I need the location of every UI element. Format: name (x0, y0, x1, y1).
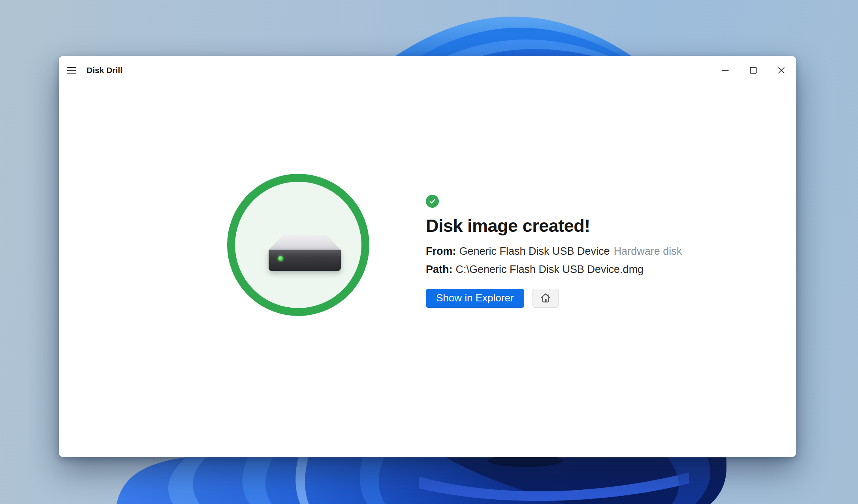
close-icon (777, 66, 786, 75)
path-value: C:\Generic Flash Disk USB Device.dmg (456, 263, 644, 275)
from-label: From: (426, 245, 456, 257)
success-badge (426, 195, 439, 208)
home-button[interactable] (532, 289, 559, 308)
path-label: Path: (426, 263, 453, 275)
minimize-button[interactable] (712, 62, 738, 79)
caption-controls (712, 62, 794, 79)
menu-button[interactable] (62, 62, 81, 79)
minimize-icon (721, 66, 730, 75)
wallpaper-bloom-top (0, 0, 858, 63)
disk-lid (269, 235, 341, 250)
hamburger-icon (66, 66, 77, 74)
disk-front (269, 250, 341, 271)
check-icon (429, 197, 436, 205)
path-line: Path:C:\Generic Flash Disk USB Device.dm… (426, 263, 726, 276)
desktop-background: Disk Drill (0, 0, 858, 504)
app-window: Disk Drill (59, 56, 796, 457)
maximize-button[interactable] (740, 62, 766, 79)
action-row: Show in Explorer (426, 289, 726, 308)
disk-drive-icon (269, 235, 341, 271)
from-value: Generic Flash Disk USB Device (459, 245, 610, 257)
close-button[interactable] (768, 62, 794, 79)
titlebar[interactable]: Disk Drill (59, 56, 796, 85)
result-heading: Disk image created! (426, 215, 726, 237)
result-panel: Disk image created! From:Generic Flash D… (426, 195, 726, 308)
wallpaper-bloom-bottom (0, 450, 858, 504)
home-icon (540, 292, 551, 304)
from-meta: Hardware disk (614, 245, 682, 257)
from-line: From:Generic Flash Disk USB DeviceHardwa… (426, 245, 726, 258)
window-title: Disk Drill (87, 66, 122, 75)
show-in-explorer-button[interactable]: Show in Explorer (426, 289, 524, 308)
maximize-icon (749, 66, 758, 75)
disk-led-indicator (278, 256, 283, 261)
